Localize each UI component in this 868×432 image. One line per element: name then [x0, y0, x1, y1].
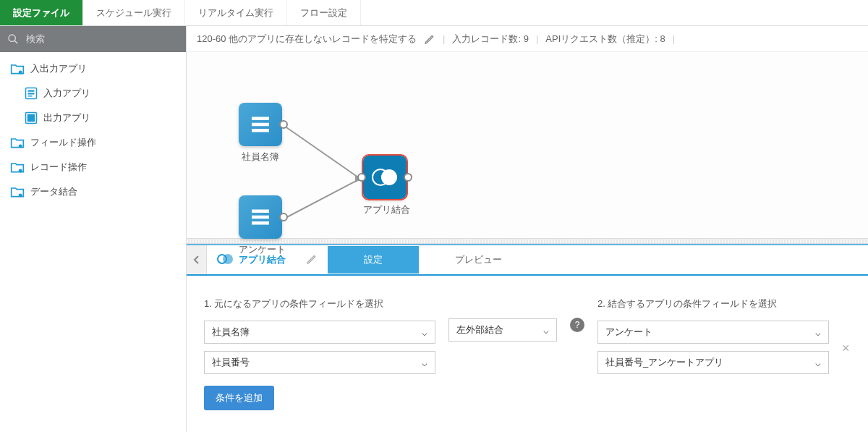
tab-realtime-run[interactable]: リアルタイム実行	[185, 0, 287, 25]
output-port[interactable]	[279, 120, 288, 129]
output-port[interactable]	[279, 213, 288, 221]
chevron-left-icon	[193, 255, 200, 265]
node-employee-list[interactable]: 社員名簿	[239, 103, 282, 164]
chevron-down-icon: ⌵	[422, 357, 427, 368]
select-join-type[interactable]: 左外部結合 ⌵	[448, 318, 557, 342]
venn-icon	[370, 166, 399, 188]
select-source-app[interactable]: 社員名簿 ⌵	[204, 321, 435, 344]
chevron-down-icon: ⌵	[815, 327, 821, 338]
section-label-2: 2. 結合するアプリの条件フィールドを選択	[597, 297, 829, 310]
collapse-button[interactable]	[187, 245, 207, 274]
input-app-icon	[25, 87, 38, 100]
tab-preview[interactable]: プレビュー	[419, 246, 538, 274]
select-target-field[interactable]: 社員番号_アンケートアプリ ⌵	[597, 351, 829, 374]
select-source-field[interactable]: 社員番号 ⌵	[204, 351, 435, 374]
edges	[187, 52, 868, 238]
svg-point-0	[9, 35, 15, 41]
list-icon	[247, 111, 273, 137]
svg-rect-18	[252, 123, 269, 127]
folder-gear-icon	[10, 62, 25, 75]
tab-schedule-run[interactable]: スケジュール実行	[83, 0, 185, 25]
select-target-app[interactable]: アンケート ⌵	[597, 321, 829, 344]
search-icon	[7, 33, 19, 45]
svg-line-14	[284, 126, 360, 179]
svg-rect-10	[28, 119, 35, 122]
flow-canvas[interactable]: 社員名簿 アンケート アプリ結合	[187, 52, 868, 238]
chevron-down-icon: ⌵	[543, 325, 549, 336]
sidebar-item-data-join[interactable]: データ結合	[0, 179, 186, 204]
venn-icon	[217, 254, 233, 266]
svg-rect-4	[28, 90, 35, 92]
add-condition-button[interactable]: 条件を追加	[204, 386, 274, 410]
folder-gear-icon	[10, 161, 25, 174]
sidebar-item-field-ops[interactable]: フィールド操作	[0, 130, 186, 155]
svg-point-13	[19, 194, 22, 198]
svg-rect-19	[252, 129, 269, 132]
folder-gear-icon	[10, 185, 25, 198]
svg-point-24	[381, 169, 397, 185]
breadcrumb: 120-60 他のアプリに存在しないレコードを特定する | 入力レコード数: 9…	[187, 26, 868, 52]
edit-icon	[306, 253, 318, 265]
tab-flow-settings[interactable]: フロー設定	[287, 0, 361, 25]
svg-rect-17	[252, 117, 269, 121]
input-port[interactable]	[357, 173, 366, 182]
sidebar-item-record-ops[interactable]: レコード操作	[0, 155, 186, 179]
svg-rect-22	[252, 221, 269, 225]
svg-rect-5	[28, 93, 35, 94]
svg-point-11	[19, 145, 22, 148]
help-button[interactable]: ?	[570, 318, 584, 332]
chevron-down-icon: ⌵	[422, 327, 427, 338]
section-label-1: 1. 元になるアプリの条件フィールドを選択	[204, 297, 435, 310]
api-requests-count: APIリクエスト数（推定）: 8	[545, 33, 665, 46]
svg-point-12	[19, 169, 22, 173]
page-title: 120-60 他のアプリに存在しないレコードを特定する	[197, 33, 417, 46]
sidebar-item-io-apps[interactable]: 入出力アプリ	[0, 56, 186, 81]
search-input[interactable]: 検索	[0, 26, 186, 52]
sidebar: 検索 入出力アプリ 入力アプリ 出力アプリ フィールド操作 レコード操作	[0, 26, 187, 432]
svg-point-2	[19, 71, 22, 75]
folder-gear-icon	[10, 136, 25, 149]
sidebar-item-output-app[interactable]: 出力アプリ	[0, 106, 186, 130]
svg-rect-21	[252, 216, 269, 219]
chevron-down-icon: ⌵	[815, 357, 821, 368]
svg-rect-8	[28, 115, 31, 118]
svg-line-1	[14, 41, 17, 43]
settings-panel: アプリ結合 設定 プレビュー 1. 元になるアプリの条件フィールドを選択 社員名…	[187, 244, 868, 432]
svg-rect-9	[32, 115, 35, 118]
node-app-join[interactable]: アプリ結合	[363, 156, 410, 216]
input-records-count: 入力レコード数: 9	[452, 33, 528, 46]
output-port[interactable]	[404, 173, 412, 182]
node-survey[interactable]: アンケート	[239, 195, 286, 256]
panel-resize-handle[interactable]	[187, 238, 868, 244]
remove-condition-button[interactable]: ×	[842, 341, 850, 356]
output-app-icon	[25, 111, 38, 124]
svg-rect-6	[28, 96, 33, 97]
edit-panel-title[interactable]	[296, 253, 328, 267]
tab-settings[interactable]: 設定	[328, 246, 419, 274]
list-icon	[247, 204, 273, 230]
tab-config-file[interactable]: 設定ファイル	[0, 0, 83, 25]
sidebar-item-input-app[interactable]: 入力アプリ	[0, 81, 186, 106]
edit-icon[interactable]	[424, 33, 435, 45]
svg-rect-20	[252, 210, 269, 213]
svg-line-15	[284, 179, 360, 219]
